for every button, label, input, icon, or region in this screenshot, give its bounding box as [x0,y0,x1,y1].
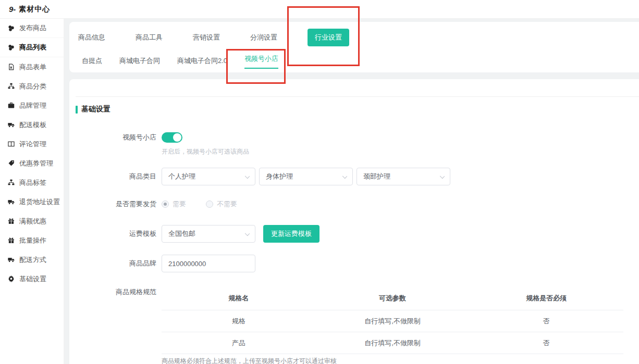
secondary-tab[interactable]: 视频号小店 [244,53,278,69]
spec-cell: 自行填写,不做限制 [315,317,469,326]
brand-input[interactable] [162,255,255,272]
video-shop-row: 视频号小店 [69,129,639,146]
settings-panel: 基础设置 视频号小店 开启后，视频号小店可选该商品 商品类目 个人护理 身体护理 [69,79,639,364]
radio-circle-icon [162,200,169,208]
sidebar-item-label: 商品表单 [19,62,46,72]
spec-table-row: 规格 自行填写,不做限制 否 [162,310,623,332]
spec-col-header: 规格名 [162,294,315,303]
brand-row: 商品品牌 [69,255,639,272]
radio-option: 不需要 [206,199,237,209]
section-accent-bar [76,106,78,114]
spec-row: 商品规格规范 规格名 可选参数 规格是否必须 规格 自行填写,不做限制 否 产品 [69,286,639,364]
gear-icon [8,275,15,282]
sidebar-item[interactable]: 商品分类 [0,77,64,96]
spec-note: 商品规格必须符合上述规范，上传至视频号小店才可以通过审核 [162,357,623,364]
spec-table-header: 规格名 可选参数 规格是否必须 [162,286,623,310]
sidebar-item[interactable]: 评论管理 [0,134,64,154]
radio-circle-icon [206,200,213,208]
chevron-down-icon [342,174,347,179]
category-label: 商品类目 [69,172,156,181]
brand-briefcase-icon [8,102,15,109]
category-tree-icon [8,83,15,90]
tab-row-secondary: 自提点 商城电子合同 商城电子合同2.0 视频号小店 [69,53,639,69]
tabs-panel: 商品信息 商品工具 营销设置 分润设置 行业设置 自提点 [69,22,639,72]
spec-col-header: 可选参数 [315,294,469,303]
spec-table-row: 产品 自行填写,不做限制 否 [162,332,623,354]
sidebar-item[interactable]: 满额优惠 [0,211,64,231]
freight-row: 运费模板 全国包邮 更新运费模板 [69,225,639,243]
need-ship-label: 是否需要发货 [69,199,156,209]
sidebar-item[interactable]: 发布商品 [0,19,64,38]
product-list-icon [8,44,15,51]
spec-label: 商品规格规范 [69,286,156,296]
primary-tab[interactable]: 分润设置 [250,30,277,45]
sidebar-item-label: 评论管理 [19,140,46,149]
update-freight-template-button[interactable]: 更新运费模板 [263,225,320,243]
secondary-tab[interactable]: 商城电子合同 [119,53,160,69]
need-ship-row: 是否需要发货 需要 不需要 [69,196,639,212]
sidebar-item-label: 发布商品 [19,23,46,33]
category-select[interactable]: 颈部护理 [357,168,450,185]
sidebar-item[interactable]: 商品列表 [0,38,64,57]
category-row: 商品类目 个人护理 身体护理 颈部护理 [69,168,639,185]
chevron-down-icon [245,174,250,179]
category-select[interactable]: 身体护理 [259,168,353,185]
select-value: 个人护理 [168,172,195,181]
panel-divider [76,96,639,97]
spec-cell: 自行填写,不做限制 [315,338,469,348]
gift-icon [8,237,15,244]
sidebar-item[interactable]: 基础设置 [0,269,64,288]
spec-cell: 否 [470,338,623,348]
sidebar-item-label: 优惠券管理 [19,159,53,168]
brand-label: 商品品牌 [69,259,156,268]
sidebar-item-label: 批量操作 [19,236,46,245]
primary-tab[interactable]: 营销设置 [193,30,220,45]
tab-label: 商品信息 [78,33,105,41]
sidebar-item[interactable]: 退货地址设置 [0,192,64,211]
primary-tab[interactable]: 行业设置 [308,29,349,46]
app-header: 9- 素材中心 [0,0,639,19]
sidebar-item-label: 商品列表 [19,43,46,52]
sidebar-item-label: 配送方式 [19,255,46,265]
sidebar-item[interactable]: 配送模板 [0,115,64,134]
return-truck-icon [8,198,15,205]
sidebar-item[interactable]: 配送方式 [0,250,64,269]
publish-product-icon [8,25,15,32]
sidebar-item[interactable]: 优惠券管理 [0,154,64,173]
select-value: 全国包邮 [168,229,195,239]
sidebar-item-label: 基础设置 [19,274,46,284]
sidebar-item[interactable]: 商品标签 [0,173,64,192]
tab-label: 商城电子合同2.0 [177,57,227,65]
tab-label: 自提点 [82,57,102,65]
sidebar-item[interactable]: 批量操作 [0,231,64,250]
category-select[interactable]: 个人护理 [162,168,255,185]
radio-option: 需要 [162,199,186,209]
sidebar-item[interactable]: 品牌管理 [0,96,64,115]
tab-label: 分润设置 [250,33,277,41]
secondary-tab[interactable]: 自提点 [82,53,102,69]
comment-columns-icon [8,141,15,147]
freight-template-select[interactable]: 全国包邮 [162,225,255,243]
gift-icon [8,218,15,224]
sidebar-item-label: 品牌管理 [19,101,46,110]
sidebar-item-label: 商品分类 [19,82,46,91]
video-shop-toggle[interactable] [162,132,182,143]
tab-row-primary: 商品信息 商品工具 营销设置 分润设置 行业设置 [69,29,639,46]
sidebar-item[interactable]: 商品表单 [0,57,64,77]
freight-label: 运费模板 [69,229,156,239]
spec-col-header: 规格是否必须 [470,294,623,303]
sidebar-item-label: 商品标签 [19,178,46,187]
section-title-basic-settings: 基础设置 [76,105,110,114]
delivery-truck-icon [8,121,15,128]
toggle-knob [173,133,181,142]
tab-label: 行业设置 [315,33,342,41]
product-form-icon [8,64,15,70]
primary-tab[interactable]: 商品信息 [78,30,105,45]
app-logo-icon: 9- [9,5,16,14]
secondary-tab[interactable]: 商城电子合同2.0 [177,53,227,69]
primary-tab[interactable]: 商品工具 [136,30,163,45]
tab-label: 营销设置 [193,33,220,41]
video-shop-help-text: 开启后，视频号小店可选该商品 [162,147,249,156]
tab-label: 商城电子合同 [119,57,160,65]
delivery-truck-icon [8,256,15,263]
